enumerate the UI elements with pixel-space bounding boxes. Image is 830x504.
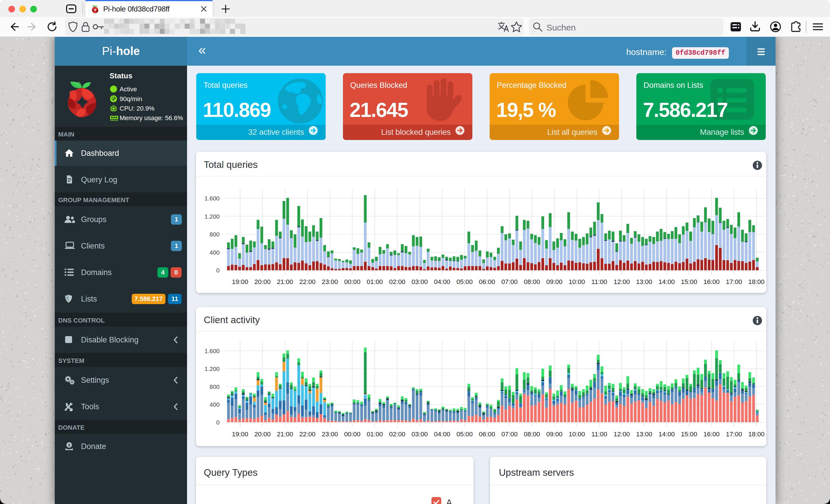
svg-text:17:00: 17:00 bbox=[726, 431, 742, 438]
svg-text:21:00: 21:00 bbox=[277, 278, 293, 285]
svg-text:01:00: 01:00 bbox=[366, 431, 383, 438]
svg-text:06:00: 06:00 bbox=[479, 278, 495, 285]
svg-text:13:00: 13:00 bbox=[636, 431, 652, 438]
svg-text:800: 800 bbox=[210, 383, 220, 390]
svg-text:18:00: 18:00 bbox=[748, 278, 765, 285]
svg-text:04:00: 04:00 bbox=[434, 431, 450, 438]
svg-text:07:00: 07:00 bbox=[502, 431, 518, 438]
svg-text:09:00: 09:00 bbox=[546, 431, 562, 438]
svg-text:0: 0 bbox=[216, 267, 220, 274]
svg-text:04:00: 04:00 bbox=[434, 278, 450, 285]
svg-text:1.600: 1.600 bbox=[204, 195, 220, 202]
svg-text:16:00: 16:00 bbox=[703, 431, 720, 438]
svg-text:15:00: 15:00 bbox=[681, 431, 697, 438]
svg-text:22:00: 22:00 bbox=[299, 278, 316, 285]
svg-text:00:00: 00:00 bbox=[344, 431, 360, 438]
svg-text:03:00: 03:00 bbox=[412, 431, 428, 438]
svg-text:11:00: 11:00 bbox=[592, 431, 607, 438]
svg-text:12:00: 12:00 bbox=[613, 431, 630, 438]
svg-text:1.200: 1.200 bbox=[204, 366, 220, 372]
svg-text:17:00: 17:00 bbox=[726, 278, 742, 285]
svg-text:800: 800 bbox=[210, 231, 220, 238]
svg-text:10:00: 10:00 bbox=[569, 278, 585, 285]
svg-text:16:00: 16:00 bbox=[703, 278, 720, 285]
svg-text:14:00: 14:00 bbox=[659, 278, 675, 285]
svg-text:19:00: 19:00 bbox=[232, 278, 248, 285]
svg-text:02:00: 02:00 bbox=[389, 431, 405, 438]
svg-text:15:00: 15:00 bbox=[681, 278, 697, 285]
svg-text:400: 400 bbox=[210, 401, 220, 408]
svg-text:18:00: 18:00 bbox=[748, 431, 765, 438]
svg-text:09:00: 09:00 bbox=[546, 278, 562, 285]
svg-text:400: 400 bbox=[210, 249, 220, 256]
svg-text:13:00: 13:00 bbox=[636, 278, 652, 285]
svg-text:20:00: 20:00 bbox=[254, 431, 270, 438]
svg-text:21:00: 21:00 bbox=[277, 431, 293, 438]
svg-text:19:00: 19:00 bbox=[232, 431, 248, 438]
svg-text:14:00: 14:00 bbox=[659, 431, 675, 438]
svg-text:08:00: 08:00 bbox=[524, 431, 540, 438]
svg-text:08:00: 08:00 bbox=[524, 278, 540, 285]
svg-text:10:00: 10:00 bbox=[569, 431, 585, 438]
svg-text:0: 0 bbox=[216, 419, 220, 426]
svg-text:05:00: 05:00 bbox=[456, 278, 473, 285]
svg-text:22:00: 22:00 bbox=[299, 431, 316, 438]
svg-text:23:00: 23:00 bbox=[322, 431, 338, 438]
svg-text:11:00: 11:00 bbox=[592, 278, 607, 285]
svg-text:02:00: 02:00 bbox=[389, 278, 405, 285]
svg-text:05:00: 05:00 bbox=[456, 431, 473, 438]
svg-text:00:00: 00:00 bbox=[344, 278, 360, 285]
svg-text:23:00: 23:00 bbox=[322, 278, 338, 285]
svg-text:06:00: 06:00 bbox=[479, 431, 495, 438]
svg-text:03:00: 03:00 bbox=[412, 278, 428, 285]
svg-text:01:00: 01:00 bbox=[366, 278, 383, 285]
svg-text:1.200: 1.200 bbox=[204, 213, 220, 220]
svg-text:07:00: 07:00 bbox=[502, 278, 518, 285]
svg-text:12:00: 12:00 bbox=[613, 278, 630, 285]
svg-text:20:00: 20:00 bbox=[254, 278, 270, 285]
svg-text:1.600: 1.600 bbox=[204, 348, 220, 354]
svg-text:$: $ bbox=[68, 443, 70, 447]
